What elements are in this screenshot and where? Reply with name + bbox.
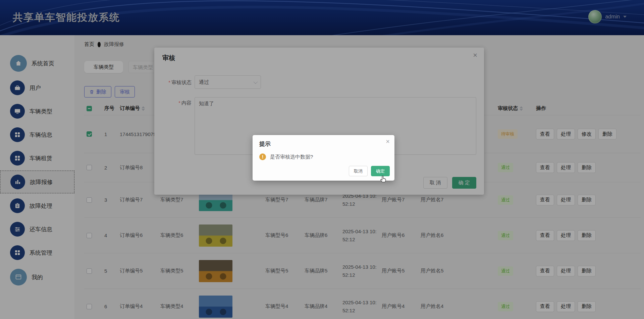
close-icon[interactable]: × <box>386 138 390 145</box>
confirm-dialog-confirm-button[interactable]: 确定 <box>371 166 390 176</box>
app-screen: 共享单车智能投放系统 admin 系统首页 用户 车辆类型 车辆信息 <box>0 0 644 319</box>
warning-icon: ! <box>259 153 266 160</box>
confirm-dialog-title: 提示 <box>259 140 271 148</box>
confirm-dialog-message: 是否审核选中数据? <box>270 154 313 160</box>
confirm-dialog-cancel-button[interactable]: 取消 <box>349 166 368 176</box>
confirm-dialog: 提示 × ! 是否审核选中数据? 取消 确定 <box>253 135 394 181</box>
